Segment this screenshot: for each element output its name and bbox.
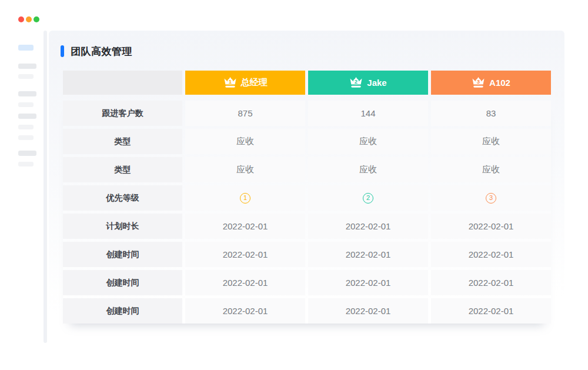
table-cell: 2022-02-01 <box>308 214 428 239</box>
row-label: 类型 <box>63 129 182 154</box>
table-cell: 2 <box>308 185 428 211</box>
column-header-label: A102 <box>489 78 510 88</box>
row-label: 类型 <box>63 157 182 182</box>
table-cell: 875 <box>185 101 305 126</box>
sidebar-divider <box>44 31 47 343</box>
column-header-1[interactable]: 1 总经理 <box>185 71 305 95</box>
table-body: 跟进客户数 875 144 83 类型 应收 应收 应收 类型 应收 应收 应收… <box>63 101 551 324</box>
crown-rank-icon: 1 <box>223 76 237 89</box>
table-cell: 应收 <box>185 157 305 182</box>
svg-text:2: 2 <box>355 78 358 85</box>
sidebar-skeleton-item <box>18 91 36 96</box>
table-cell: 应收 <box>431 157 551 182</box>
column-header-label: 总经理 <box>241 77 268 88</box>
column-header-3[interactable]: 3 A102 <box>431 71 551 95</box>
svg-text:3: 3 <box>477 78 480 85</box>
main-panel: 团队高效管理 1 总经理 2 Jake <box>49 31 564 346</box>
priority-rank-badge: 1 <box>240 193 250 204</box>
table-cell: 应收 <box>431 129 551 154</box>
sidebar-skeleton-item <box>18 135 34 140</box>
close-window-icon[interactable] <box>18 16 24 22</box>
table-cell: 2022-02-01 <box>431 214 551 239</box>
page-header: 团队高效管理 <box>61 45 564 58</box>
table-cell: 2022-02-01 <box>431 298 551 324</box>
sidebar-skeleton-item <box>18 74 34 79</box>
table-cell: 83 <box>431 101 551 126</box>
sidebar <box>18 45 42 166</box>
table-corner-cell <box>63 71 182 95</box>
table-cell: 应收 <box>185 129 305 154</box>
comparison-table: 1 总经理 2 Jake 3 <box>63 71 551 324</box>
sidebar-skeleton-item <box>18 151 36 156</box>
column-header-label: Jake <box>367 78 386 88</box>
table-cell: 3 <box>431 185 551 211</box>
table-cell: 2022-02-01 <box>185 242 305 267</box>
sidebar-skeleton-item <box>18 162 34 166</box>
window-controls <box>18 16 39 22</box>
column-header-2[interactable]: 2 Jake <box>308 71 428 95</box>
table-cell: 2022-02-01 <box>185 270 305 295</box>
table-cell: 应收 <box>308 129 428 154</box>
priority-rank-badge: 2 <box>363 193 373 204</box>
svg-text:1: 1 <box>228 78 232 85</box>
priority-rank-badge: 3 <box>486 193 496 204</box>
table-cell: 144 <box>308 101 428 126</box>
table-cell: 2022-02-01 <box>185 298 305 324</box>
sidebar-skeleton-item-active <box>18 45 34 51</box>
sidebar-skeleton-item <box>18 102 34 107</box>
sidebar-skeleton-item <box>18 114 36 119</box>
table-cell: 2022-02-01 <box>308 298 428 324</box>
table-cell: 1 <box>185 185 305 211</box>
row-label: 跟进客户数 <box>63 101 182 126</box>
table-cell: 2022-02-01 <box>431 242 551 267</box>
maximize-window-icon[interactable] <box>34 16 39 22</box>
table-header-row: 1 总经理 2 Jake 3 <box>63 71 551 95</box>
row-label: 创建时间 <box>63 270 182 295</box>
sidebar-skeleton-item <box>18 125 34 129</box>
sidebar-skeleton-item <box>18 64 36 69</box>
row-label: 创建时间 <box>63 242 182 267</box>
table-cell: 2022-02-01 <box>308 242 428 267</box>
page-title: 团队高效管理 <box>71 45 132 58</box>
crown-rank-icon: 2 <box>349 76 363 89</box>
crown-rank-icon: 3 <box>472 76 485 89</box>
row-label: 计划时长 <box>63 214 182 239</box>
table-cell: 2022-02-01 <box>308 270 428 295</box>
table-cell: 2022-02-01 <box>431 270 551 295</box>
row-label: 创建时间 <box>63 298 182 324</box>
title-accent-bar <box>61 45 64 57</box>
table-cell: 2022-02-01 <box>185 214 305 239</box>
row-label: 优先等级 <box>63 185 182 211</box>
table-cell: 应收 <box>308 157 428 182</box>
minimize-window-icon[interactable] <box>26 16 32 22</box>
